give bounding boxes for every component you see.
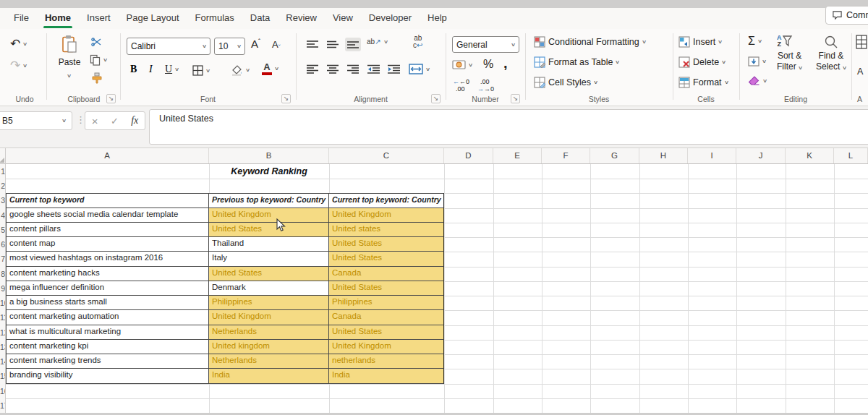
fill-button[interactable]: ∨ — [748, 56, 766, 67]
format-painter-button[interactable] — [91, 72, 103, 84]
merge-center-button[interactable]: ∨ — [409, 64, 430, 74]
cell-C14[interactable]: netherlands — [329, 354, 444, 369]
insert-function-icon[interactable]: fx — [131, 115, 138, 127]
cell-B6[interactable]: Thailand — [209, 237, 329, 252]
decrease-font-button[interactable]: Aˇ — [272, 39, 281, 51]
cell-A4[interactable]: google sheets social media calendar temp… — [6, 208, 209, 223]
wrap-text-button[interactable]: ab c↩ — [413, 35, 422, 49]
align-center-button[interactable] — [325, 62, 341, 76]
paste-button[interactable]: Paste ∨ — [54, 35, 85, 80]
row-header-16[interactable]: 16 — [0, 384, 5, 398]
format-cells-button[interactable]: Format ∨ — [678, 77, 728, 88]
underline-button[interactable]: U ∨ — [165, 64, 179, 75]
row-header-7[interactable]: 7 — [0, 252, 5, 266]
delete-cells-button[interactable]: Delete ∨ — [678, 56, 726, 68]
sheet-title-cell[interactable]: Keyword Ranking — [209, 164, 329, 179]
cell-B11[interactable]: United Kingdom — [209, 310, 329, 325]
font-size-combo[interactable]: 10∨ — [214, 38, 245, 55]
conditional-formatting-button[interactable]: Conditional Formatting ∨ — [534, 36, 646, 48]
tab-page-layout[interactable]: Page Layout — [119, 8, 187, 29]
cell-C3[interactable]: Current top keyword: Country — [329, 193, 444, 208]
cell-A10[interactable]: a big business starts small — [6, 296, 209, 310]
comments-button[interactable]: Comments — [825, 6, 868, 25]
sort-filter-button[interactable]: AZ Sort & Filter ∨ — [777, 35, 802, 73]
increase-indent-button[interactable] — [386, 62, 402, 76]
name-box[interactable]: B5 ∨ — [0, 111, 72, 130]
orientation-button[interactable]: ab↗ ∨ — [367, 38, 388, 46]
cell-A15[interactable]: branding visibility — [6, 369, 209, 383]
cell-B10[interactable]: Philippines — [209, 296, 329, 310]
cell-C12[interactable]: United States — [329, 325, 444, 340]
borders-button[interactable]: ∨ — [192, 65, 210, 76]
clipboard-dialog-launcher[interactable]: ↘ — [106, 94, 116, 103]
align-left-button[interactable] — [305, 62, 320, 76]
accounting-format-button[interactable]: ∨ — [452, 59, 472, 70]
column-header-A[interactable]: A — [6, 148, 209, 163]
fill-color-button[interactable]: ∨ — [230, 64, 250, 76]
format-as-table-button[interactable]: Format as Table ∨ — [534, 56, 620, 68]
row-header-2[interactable]: 2 — [0, 179, 5, 193]
row-header-6[interactable]: 6 — [0, 237, 5, 252]
analyze-data-button[interactable] — [856, 35, 867, 49]
cell-A13[interactable]: content marketing kpi — [6, 340, 209, 354]
cut-button[interactable] — [91, 38, 102, 47]
cell-B14[interactable]: Netherlands — [209, 354, 329, 369]
cell-C6[interactable]: United States — [329, 237, 444, 252]
comma-style-button[interactable]: , — [503, 55, 508, 72]
row-header-15[interactable]: 15 — [0, 369, 5, 383]
column-header-D[interactable]: D — [444, 148, 493, 163]
cell-B9[interactable]: Denmark — [209, 281, 329, 296]
italic-button[interactable]: I — [149, 64, 153, 75]
font-dialog-launcher[interactable]: ↘ — [281, 94, 291, 103]
redo-button[interactable]: ↷∨ — [10, 58, 27, 73]
column-header-J[interactable]: J — [736, 148, 786, 163]
cell-C4[interactable]: United Kingdom — [329, 208, 444, 223]
formula-input[interactable]: United States — [149, 109, 868, 145]
cell-B15[interactable]: India — [209, 369, 329, 383]
cell-A3[interactable]: Current top keyword — [6, 193, 209, 208]
cell-B3[interactable]: Previous top keyword: Country — [209, 193, 329, 208]
cell-C5[interactable]: United states — [329, 223, 444, 237]
column-header-H[interactable]: H — [639, 148, 688, 163]
cell-B8[interactable]: United States — [209, 267, 329, 281]
column-header-B[interactable]: B — [209, 148, 329, 163]
row-header-13[interactable]: 13 — [0, 340, 5, 354]
copy-button[interactable]: ∨ — [90, 54, 107, 66]
enter-icon[interactable]: ✓ — [111, 116, 119, 127]
row-header-4[interactable]: 4 — [0, 208, 5, 223]
column-header-E[interactable]: E — [493, 148, 542, 163]
cell-B7[interactable]: Italy — [209, 252, 329, 266]
column-header-C[interactable]: C — [329, 148, 444, 163]
column-header-L[interactable]: L — [834, 148, 868, 163]
row-header-1[interactable]: 1 — [0, 164, 5, 179]
cell-A14[interactable]: content marketing trends — [6, 354, 209, 369]
cell-A7[interactable]: most viewed hashtags on instagram 2016 — [6, 252, 209, 266]
increase-font-button[interactable]: Aˆ — [251, 38, 260, 50]
row-header-11[interactable]: 11 — [0, 310, 5, 325]
cell-A11[interactable]: content marketing automation — [6, 310, 209, 325]
align-bottom-button[interactable] — [345, 38, 361, 51]
alignment-dialog-launcher[interactable]: ↘ — [431, 94, 441, 103]
cell-A8[interactable]: content marketing hacks — [6, 267, 209, 281]
number-dialog-launcher[interactable]: ↘ — [511, 94, 520, 103]
cell-A5[interactable]: content pillars — [6, 223, 209, 237]
cell-C7[interactable]: United States — [329, 252, 444, 266]
row-header-10[interactable]: 10 — [0, 296, 5, 310]
tab-help[interactable]: Help — [420, 8, 455, 29]
select-all-corner[interactable] — [0, 148, 6, 164]
tab-home[interactable]: Home — [37, 8, 79, 29]
decrease-decimal-button[interactable]: .00 →→0 — [477, 78, 494, 93]
align-middle-button[interactable] — [325, 38, 341, 51]
cell-C8[interactable]: Canada — [329, 267, 444, 281]
row-header-12[interactable]: 12 — [0, 325, 5, 340]
cell-B13[interactable]: United kingdom — [209, 340, 329, 354]
column-header-I[interactable]: I — [688, 148, 736, 163]
tab-view[interactable]: View — [325, 8, 361, 29]
tab-review[interactable]: Review — [278, 8, 325, 29]
column-header-K[interactable]: K — [786, 148, 834, 163]
row-header-3[interactable]: 3 — [0, 193, 5, 208]
cell-A6[interactable]: content map — [6, 237, 209, 252]
cell-A9[interactable]: mega influencer definition — [6, 281, 209, 296]
cell-C15[interactable]: India — [329, 369, 444, 383]
cell-C10[interactable]: Philippines — [329, 296, 444, 310]
